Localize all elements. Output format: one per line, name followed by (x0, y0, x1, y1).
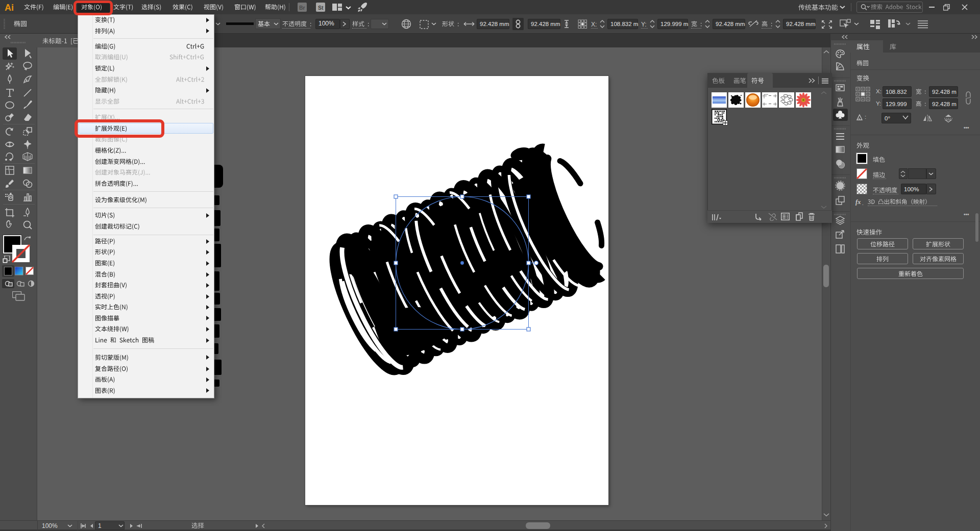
svg-text:.: . (862, 200, 864, 206)
svg-text:fx: fx (855, 198, 861, 206)
svg-text:Ai: Ai (5, 3, 14, 13)
